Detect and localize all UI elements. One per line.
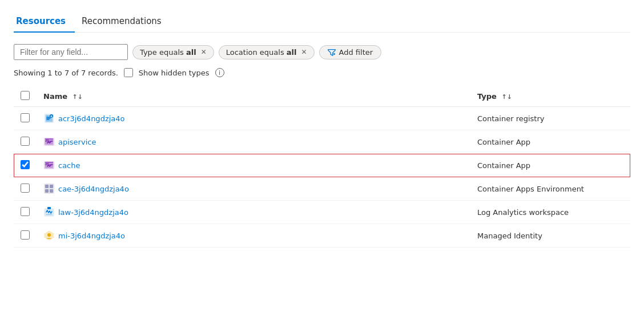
resource-name-cell: mi-3j6d4ngdzja4o [37, 224, 470, 248]
svg-rect-16 [50, 185, 53, 188]
row-checkbox-cell [14, 177, 37, 201]
table-row: R acr3j6d4ngdzja4o Container registry [14, 107, 630, 130]
log-analytics-icon [43, 206, 55, 218]
table-row: law-3j6d4ngdzja4o Log Analytics workspac… [14, 201, 630, 224]
svg-point-9 [47, 139, 49, 141]
location-filter-close-icon[interactable]: ✕ [301, 48, 307, 56]
tab-bar: Resources Recommendations [14, 11, 630, 33]
row-checkbox[interactable] [21, 160, 30, 169]
tab-resources-label: Resources [16, 16, 66, 26]
resource-name-link[interactable]: cache [58, 161, 80, 170]
container-registry-icon: R [43, 113, 55, 124]
toolbar: Type equals all ✕ Location equals all ✕ … [14, 44, 630, 60]
svg-point-13 [47, 163, 49, 164]
show-hidden-label: Show hidden types [139, 69, 210, 77]
show-hidden-checkbox[interactable] [124, 68, 133, 77]
resource-name-link[interactable]: acr3j6d4ngdzja4o [58, 114, 125, 123]
records-info: Showing 1 to 7 of 7 records. Show hidden… [14, 68, 630, 77]
column-type-label: Type [477, 92, 497, 101]
resource-type-cell: Container registry [470, 107, 630, 130]
table-row: apiservice Container App [14, 130, 630, 154]
records-summary: Showing 1 to 7 of 7 records. [14, 69, 118, 77]
row-checkbox-cell [14, 201, 37, 224]
table-row: cache Container App [14, 154, 630, 177]
svg-rect-18 [50, 189, 53, 193]
resource-name-cell: apiservice [37, 130, 470, 154]
row-checkbox-cell [14, 224, 37, 248]
resource-name-cell: law-3j6d4ngdzja4o [37, 201, 470, 224]
svg-rect-17 [45, 189, 49, 193]
resource-type-cell: Managed Identity [470, 224, 630, 248]
row-checkbox[interactable] [21, 230, 30, 240]
row-checkbox[interactable] [21, 207, 30, 216]
managed-identity-icon [43, 230, 55, 241]
add-filter-label: Add filter [339, 48, 373, 57]
resource-name-link[interactable]: cae-3j6d4ngdzja4o [58, 185, 129, 193]
container-app-icon [43, 160, 55, 171]
resource-name-cell: R acr3j6d4ngdzja4o [37, 107, 470, 130]
svg-point-23 [47, 233, 51, 237]
container-apps-env-icon [43, 183, 55, 194]
select-all-checkbox[interactable] [21, 91, 30, 100]
tab-recommendations-label: Recommendations [82, 16, 162, 26]
row-checkbox-cell [14, 154, 37, 177]
type-filter-label: Type equals all [140, 48, 196, 57]
add-filter-icon [328, 48, 336, 56]
table-row: cae-3j6d4ngdzja4o Container Apps Environ… [14, 177, 630, 201]
column-header-type[interactable]: Type ↑↓ [470, 86, 630, 107]
add-filter-button[interactable]: Add filter [319, 45, 382, 59]
row-checkbox[interactable] [21, 184, 30, 193]
resource-name-cell: cache [37, 154, 470, 177]
row-checkbox-cell [14, 130, 37, 154]
row-checkbox[interactable] [21, 113, 30, 122]
type-filter-tag[interactable]: Type equals all ✕ [132, 45, 214, 59]
table-row: mi-3j6d4ngdzja4o Managed Identity [14, 224, 630, 248]
row-checkbox[interactable] [21, 137, 30, 146]
header-checkbox-cell [14, 86, 37, 107]
tab-resources[interactable]: Resources [14, 11, 75, 32]
location-filter-label: Location equals all [226, 48, 297, 57]
resources-table: Name ↑↓ Type ↑↓ R acr3j6d4ngdzja4o Conta… [14, 86, 630, 248]
svg-rect-21 [47, 207, 51, 209]
resource-type-cell: Container App [470, 154, 630, 177]
resource-type-cell: Container Apps Environment [470, 177, 630, 201]
info-icon[interactable]: i [215, 68, 224, 77]
name-sort-icon: ↑↓ [73, 93, 83, 101]
resource-type-cell: Container App [470, 130, 630, 154]
type-sort-icon: ↑↓ [501, 93, 512, 101]
location-filter-tag[interactable]: Location equals all ✕ [219, 45, 315, 59]
container-app-icon [43, 136, 55, 147]
resource-name-link[interactable]: law-3j6d4ngdzja4o [58, 208, 128, 217]
svg-rect-15 [45, 185, 49, 188]
svg-point-12 [46, 163, 47, 164]
row-checkbox-cell [14, 107, 37, 130]
svg-point-8 [46, 139, 47, 141]
resource-name-cell: cae-3j6d4ngdzja4o [37, 177, 470, 201]
column-header-name[interactable]: Name ↑↓ [37, 86, 470, 107]
filter-input[interactable] [14, 44, 128, 60]
resource-type-cell: Log Analytics workspace [470, 201, 630, 224]
resource-name-link[interactable]: apiservice [58, 138, 96, 146]
tab-recommendations[interactable]: Recommendations [79, 11, 171, 32]
resource-name-link[interactable]: mi-3j6d4ngdzja4o [58, 232, 125, 240]
svg-text:R: R [50, 115, 52, 118]
column-name-label: Name [43, 92, 67, 101]
type-filter-close-icon[interactable]: ✕ [201, 48, 207, 56]
